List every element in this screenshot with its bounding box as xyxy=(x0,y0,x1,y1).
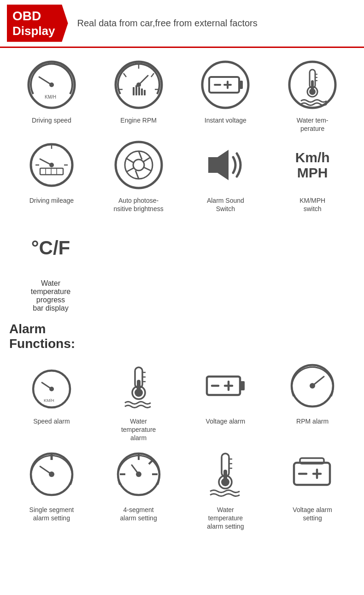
aperture-icon xyxy=(113,140,164,190)
svg-rect-62 xyxy=(240,381,245,390)
speed-alarm-icon: KM/H xyxy=(26,360,77,411)
tagline: Real data from car,free from external fa… xyxy=(77,18,258,29)
feature-driving-speed: KM/H Driving speed xyxy=(9,57,94,133)
single-segment-label: Single segmentalarm setting xyxy=(29,506,74,522)
logo: OBD Display xyxy=(7,5,68,42)
rpm-icon xyxy=(113,59,164,110)
water-temp-setting-icon xyxy=(200,449,251,500)
svg-point-57 xyxy=(135,389,143,397)
driving-speed-label: Driving speed xyxy=(32,116,71,124)
water-temp-setting-label: Watertemperaturealarm setting xyxy=(207,506,244,531)
svg-line-48 xyxy=(126,158,134,163)
voltage-setting-icon xyxy=(287,449,338,500)
feature-engine-rpm: Engine RPM xyxy=(96,57,181,133)
alarm-voltage-setting: Voltage alarmsetting xyxy=(270,447,355,531)
rpm-alarm-icon-wrap xyxy=(285,358,340,413)
speed-alarm-icon-wrap: KM/H xyxy=(24,358,79,413)
voltage-alarm-label: Voltage alarm xyxy=(206,417,246,425)
km-mph-icon-wrap: Km/hMPH xyxy=(285,137,340,193)
svg-point-83 xyxy=(221,478,229,486)
speaker-icon xyxy=(200,140,251,190)
svg-line-43 xyxy=(139,151,142,159)
water-temp-label: Water tem-perature xyxy=(297,116,329,133)
svg-point-79 xyxy=(136,471,141,477)
svg-rect-10 xyxy=(133,87,135,95)
water-temp-alarm-icon-wrap xyxy=(111,358,166,413)
feature-alarm-sound: Alarm SoundSwitch xyxy=(183,137,268,213)
svg-point-2 xyxy=(49,82,54,87)
svg-point-52 xyxy=(49,387,54,391)
svg-rect-11 xyxy=(135,85,137,95)
temp-display-row: °C/F Watertemperatureprogressbar display xyxy=(0,218,364,315)
svg-rect-13 xyxy=(141,88,143,95)
svg-line-7 xyxy=(151,73,154,77)
water-temp-alarm-icon xyxy=(113,360,164,411)
svg-rect-14 xyxy=(144,90,146,95)
instant-voltage-icon-wrap xyxy=(198,57,253,112)
voltage-alarm-icon xyxy=(200,360,251,411)
alarm-four-segment: 4-segmentalarm setting xyxy=(96,447,181,531)
four-segment-label: 4-segmentalarm setting xyxy=(120,506,157,522)
alarm-functions-grid: KM/H Speed alarm Watertemperaturealarm xyxy=(0,353,364,531)
water-temp-icon xyxy=(287,59,338,110)
svg-point-40 xyxy=(116,142,162,188)
svg-line-45 xyxy=(144,167,152,171)
water-temp-icon-wrap xyxy=(285,57,340,112)
obd-features-section: KM/H Driving speed xyxy=(0,53,364,213)
feature-driving-mileage: Driving mileage xyxy=(9,137,94,213)
logo-line2: Display xyxy=(12,24,55,38)
driving-mileage-label: Driving mileage xyxy=(29,196,74,205)
feature-instant-voltage: Instant voltage xyxy=(183,57,268,133)
svg-marker-49 xyxy=(208,150,229,180)
alarm-sound-label: Alarm SoundSwitch xyxy=(207,196,244,213)
speedometer-icon: KM/H xyxy=(26,59,77,110)
driving-mileage-icon-wrap xyxy=(24,137,79,193)
engine-rpm-icon-wrap xyxy=(111,57,166,112)
feature-auto-brightness: Auto photose-nsitive brightness xyxy=(96,137,181,213)
four-segment-icon-wrap xyxy=(111,447,166,502)
battery-icon xyxy=(200,59,251,110)
water-temp-setting-icon-wrap xyxy=(198,447,253,502)
auto-brightness-icon-wrap xyxy=(111,137,166,193)
svg-rect-19 xyxy=(239,81,243,89)
alarm-rpm: RPM alarm xyxy=(270,358,355,442)
alarm-single-segment: Single segmentalarm setting xyxy=(9,447,94,531)
svg-point-41 xyxy=(125,151,153,179)
rpm-alarm-label: RPM alarm xyxy=(296,417,329,425)
svg-line-77 xyxy=(149,460,153,464)
svg-line-44 xyxy=(143,157,151,162)
driving-speed-icon-wrap: KM/H xyxy=(24,57,79,112)
celsius-fahrenheit-icon: °C/F xyxy=(31,238,70,258)
single-segment-icon-wrap xyxy=(24,447,79,502)
mileage-icon xyxy=(26,140,77,190)
svg-point-68 xyxy=(310,383,315,389)
svg-text:KM/H: KM/H xyxy=(44,398,54,403)
logo-line1: OBD xyxy=(12,8,55,24)
voltage-alarm-icon-wrap xyxy=(198,358,253,413)
svg-point-42 xyxy=(133,159,144,171)
svg-line-6 xyxy=(123,73,126,77)
temp-display-label: Watertemperatureprogressbar display xyxy=(31,279,70,312)
water-temp-alarm-label: Watertemperaturealarm xyxy=(121,417,156,442)
engine-rpm-label: Engine RPM xyxy=(120,116,157,124)
alarm-sound-icon-wrap xyxy=(198,137,253,193)
svg-text:KM/H: KM/H xyxy=(45,94,56,100)
temp-display-item: °C/F Watertemperatureprogressbar display xyxy=(9,220,92,312)
gauge-single-icon xyxy=(26,449,77,500)
svg-point-72 xyxy=(49,471,54,477)
gauge-four-icon xyxy=(113,449,164,500)
svg-rect-12 xyxy=(138,87,140,95)
celsius-fahrenheit-icon-wrap: °C/F xyxy=(23,220,78,276)
alarm-speed: KM/H Speed alarm xyxy=(9,358,94,442)
alarm-voltage: Voltage alarm xyxy=(183,358,268,442)
speed-alarm-label: Speed alarm xyxy=(33,417,70,425)
km-mph-label: KM/MPHswitch xyxy=(299,196,325,213)
obd-features-grid: KM/H Driving speed xyxy=(9,57,355,213)
feature-water-temp: Water tem-perature xyxy=(270,57,355,133)
alarm-functions-title: AlarmFunctions: xyxy=(9,322,75,351)
svg-point-39 xyxy=(49,163,54,167)
svg-line-46 xyxy=(135,171,139,179)
header: OBD Display Real data from car,free from… xyxy=(0,0,364,48)
voltage-setting-label: Voltage alarmsetting xyxy=(293,506,332,522)
voltage-setting-icon-wrap xyxy=(285,447,340,502)
